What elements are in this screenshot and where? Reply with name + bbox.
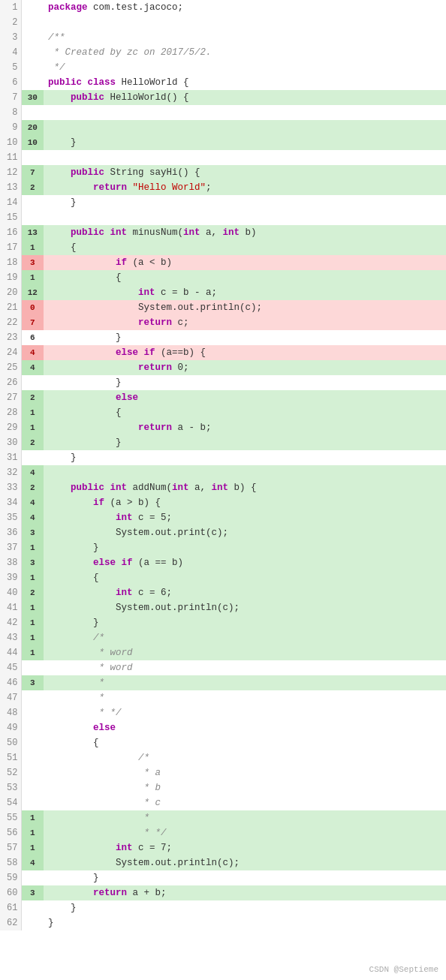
table-row: 344 if (a > b) { [0, 495, 446, 510]
code-line: /* [44, 630, 446, 645]
table-row: 302 } [0, 435, 446, 450]
line-number: 1 [0, 0, 21, 15]
line-number: 44 [0, 645, 21, 660]
hit-count [21, 660, 44, 675]
hit-count [21, 150, 44, 165]
hit-count [21, 750, 44, 765]
hit-count [21, 195, 44, 210]
table-row: 421 } [0, 615, 446, 630]
code-line: return c; [44, 315, 446, 330]
line-number: 28 [0, 405, 21, 420]
hit-count: 30 [21, 90, 44, 105]
code-line: package com.test.jacoco; [44, 0, 446, 15]
table-row: 3/** [0, 30, 446, 45]
table-row: 50 { [0, 735, 446, 750]
code-line: /* [44, 750, 446, 765]
table-row: 332 public int addNum(int a, int b) { [0, 480, 446, 495]
line-number: 17 [0, 240, 21, 255]
hit-count: 10 [21, 135, 44, 150]
line-number: 13 [0, 180, 21, 195]
hit-count: 7 [21, 315, 44, 330]
line-number: 19 [0, 270, 21, 285]
line-number: 36 [0, 525, 21, 540]
hit-count: 2 [21, 585, 44, 600]
table-row: 5 */ [0, 60, 446, 75]
hit-count: 20 [21, 120, 44, 135]
hit-count: 1 [21, 615, 44, 630]
line-number: 33 [0, 480, 21, 495]
hit-count [21, 780, 44, 795]
line-number: 48 [0, 705, 21, 720]
line-number: 43 [0, 630, 21, 645]
hit-count [21, 720, 44, 735]
line-number: 9 [0, 120, 21, 135]
code-line: public String sayHi() { [44, 165, 446, 180]
table-row: 15 [0, 210, 446, 225]
code-line: } [44, 375, 446, 390]
code-line: * */ [44, 705, 446, 720]
line-number: 46 [0, 675, 21, 690]
line-number: 4 [0, 45, 21, 60]
hit-count [21, 705, 44, 720]
code-line: /** [44, 30, 446, 45]
line-number: 2 [0, 15, 21, 30]
line-number: 49 [0, 720, 21, 735]
table-row: 383 else if (a == b) [0, 555, 446, 570]
line-number: 53 [0, 780, 21, 795]
hit-count [21, 30, 44, 45]
code-line [44, 105, 446, 120]
hit-count: 13 [21, 225, 44, 240]
hit-count [21, 60, 44, 75]
table-row: 441 * word [0, 645, 446, 660]
line-number: 25 [0, 360, 21, 375]
table-row: 59 } [0, 870, 446, 885]
line-number: 10 [0, 135, 21, 150]
code-line [44, 15, 446, 30]
code-line: * word [44, 645, 446, 660]
line-number: 6 [0, 75, 21, 90]
table-row: 210 System.out.println(c); [0, 300, 446, 315]
table-row: 291 return a - b; [0, 420, 446, 435]
code-line: * a [44, 765, 446, 780]
line-number: 12 [0, 165, 21, 180]
line-number: 54 [0, 795, 21, 810]
table-row: 281 { [0, 405, 446, 420]
line-number: 60 [0, 885, 21, 900]
table-row: 371 } [0, 540, 446, 555]
table-row: 272 else [0, 390, 446, 405]
code-line: { [44, 405, 446, 420]
hit-count: 3 [21, 525, 44, 540]
table-row: 171 { [0, 240, 446, 255]
line-number: 45 [0, 660, 21, 675]
table-row: 191 { [0, 270, 446, 285]
line-number: 34 [0, 495, 21, 510]
hit-count: 7 [21, 165, 44, 180]
line-number: 55 [0, 810, 21, 825]
hit-count [21, 795, 44, 810]
hit-count [21, 450, 44, 465]
table-row: 45 * word [0, 660, 446, 675]
hit-count: 2 [21, 390, 44, 405]
code-line [44, 150, 446, 165]
table-row: 561 * */ [0, 825, 446, 840]
line-number: 27 [0, 390, 21, 405]
code-line: return "Hello World"; [44, 180, 446, 195]
code-line: public int minusNum(int a, int b) [44, 225, 446, 240]
table-row: 132 return "Hello World"; [0, 180, 446, 195]
hit-count: 3 [21, 555, 44, 570]
code-line: } [44, 135, 446, 150]
code-line: return a - b; [44, 420, 446, 435]
line-number: 62 [0, 915, 21, 930]
line-number: 14 [0, 195, 21, 210]
table-row: 62} [0, 915, 446, 930]
hit-count: 1 [21, 540, 44, 555]
table-row: 1010 } [0, 135, 446, 150]
table-row: 11 [0, 150, 446, 165]
code-line: } [44, 195, 446, 210]
line-number: 61 [0, 900, 21, 915]
code-container: 1package com.test.jacoco;23/**4 * Create… [0, 0, 446, 980]
line-number: 41 [0, 600, 21, 615]
line-number: 29 [0, 420, 21, 435]
code-line: if (a > b) { [44, 495, 446, 510]
hit-count: 1 [21, 270, 44, 285]
